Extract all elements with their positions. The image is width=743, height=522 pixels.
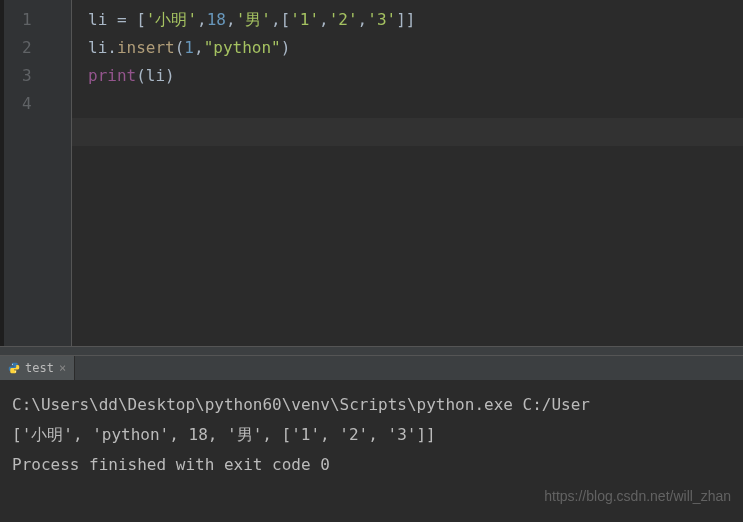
code-token: (li): [136, 66, 175, 85]
code-token: li: [88, 10, 117, 29]
code-token: '小明': [146, 10, 197, 29]
code-token: '男': [236, 10, 271, 29]
svg-point-0: [12, 364, 13, 365]
panel-separator[interactable]: [0, 346, 743, 356]
code-token: ,: [197, 10, 207, 29]
code-token: ,[: [271, 10, 290, 29]
code-token: print: [88, 66, 136, 85]
svg-point-1: [15, 371, 16, 372]
code-token: insert: [117, 38, 175, 57]
line-number: 4: [4, 90, 71, 118]
code-token: 1: [184, 38, 194, 57]
code-token: ]]: [396, 10, 415, 29]
code-editor[interactable]: 1234 li = ['小明',18,'男',['1','2','3']]li.…: [0, 0, 743, 346]
line-gutter: 1234: [4, 0, 72, 346]
close-icon[interactable]: ×: [59, 361, 66, 375]
code-token: '2': [329, 10, 358, 29]
terminal-tab-test[interactable]: test ×: [0, 356, 75, 380]
watermark-text: https://blog.csdn.net/will_zhan: [544, 488, 731, 504]
terminal-tab-label: test: [25, 361, 54, 375]
code-token: ,: [226, 10, 236, 29]
code-line[interactable]: print(li): [88, 62, 743, 90]
current-line-highlight: [72, 118, 743, 146]
code-content[interactable]: li = ['小明',18,'男',['1','2','3']]li.inser…: [72, 0, 743, 346]
code-token: ,: [319, 10, 329, 29]
code-token: '3': [367, 10, 396, 29]
code-token: 18: [207, 10, 226, 29]
code-token: '1': [290, 10, 319, 29]
code-line[interactable]: li = ['小明',18,'男',['1','2','3']]: [88, 6, 743, 34]
code-token: ): [281, 38, 291, 57]
code-token: "python": [204, 38, 281, 57]
terminal-line: ['小明', 'python', 18, '男', ['1', '2', '3'…: [12, 420, 731, 450]
line-number: 3: [4, 62, 71, 90]
code-line[interactable]: li.insert(1,"python"): [88, 34, 743, 62]
line-number: 2: [4, 34, 71, 62]
code-token: = [: [117, 10, 146, 29]
code-token: ,: [194, 38, 204, 57]
code-token: (: [175, 38, 185, 57]
terminal-line: Process finished with exit code 0: [12, 450, 731, 480]
terminal-line: C:\Users\dd\Desktop\python60\venv\Script…: [12, 390, 731, 420]
code-token: ,: [358, 10, 368, 29]
line-number: 1: [4, 6, 71, 34]
terminal-tab-bar: test ×: [0, 356, 743, 380]
python-icon: [8, 362, 20, 374]
code-token: li.: [88, 38, 117, 57]
code-line[interactable]: [88, 90, 743, 118]
